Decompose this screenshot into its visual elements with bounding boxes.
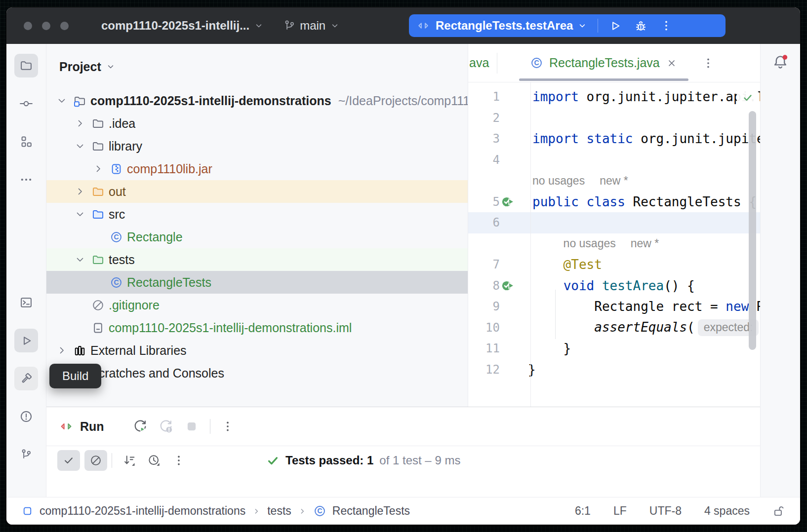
line-number[interactable]: 10 <box>468 321 500 335</box>
code-line-9[interactable]: 9 Rectangle rect = new Rectangle(3, 4); <box>468 296 760 317</box>
tree-item-rectangletests[interactable]: CRectangleTests <box>46 271 468 294</box>
tab-options-button[interactable] <box>698 57 718 70</box>
tree-item-comp1110lib-jar[interactable]: comp1110lib.jar <box>46 157 468 180</box>
tool-stripe-more-tools-button[interactable] <box>14 168 38 191</box>
line-number[interactable]: 4 <box>468 153 500 167</box>
line-number[interactable]: 5 <box>468 195 500 209</box>
chevron-down-icon[interactable] <box>74 140 91 152</box>
show-passed-toggle[interactable] <box>57 450 80 471</box>
code-line-7[interactable]: 7 @Test <box>468 254 760 275</box>
editor-scrollbar[interactable] <box>749 111 756 350</box>
test-toolbar-options-button[interactable] <box>168 454 189 467</box>
tool-stripe-structure-button[interactable] <box>14 130 38 153</box>
line-number[interactable]: 8 <box>468 279 500 293</box>
class-icon: C <box>110 276 127 289</box>
test-passed-gutter-icon[interactable] <box>500 278 517 294</box>
tool-stripe-build-button[interactable] <box>14 367 38 390</box>
code-line-1[interactable]: 1import org.junit.jupiter.api.Test; <box>468 86 760 108</box>
tree-item-out[interactable]: out <box>46 180 468 203</box>
code-line-11[interactable]: 11 } <box>468 338 760 359</box>
chevron-down-icon[interactable] <box>74 254 91 266</box>
indent-setting[interactable]: 4 spaces <box>704 504 750 518</box>
code-line-12[interactable]: 12} <box>468 359 760 380</box>
tab-rectangletests-java[interactable]: C RectangleTests.java <box>518 44 689 82</box>
editor-area: ava C RectangleTests.java 1import or <box>468 44 760 407</box>
code-line-8[interactable]: 8 void testArea() { <box>468 275 760 297</box>
tool-stripe-project-button[interactable] <box>14 54 38 77</box>
project-panel-header[interactable]: Project <box>46 44 468 89</box>
test-status-message: Tests passed: 1 of 1 test – 9 ms <box>266 454 460 467</box>
bug-icon <box>634 19 647 33</box>
chevron-down-icon[interactable] <box>74 208 91 220</box>
chevron-down-icon[interactable] <box>577 20 588 31</box>
line-number[interactable]: 6 <box>468 216 500 229</box>
inlay-hint-line[interactable]: no usagesnew * <box>468 233 760 255</box>
zoom-window-button[interactable] <box>60 22 69 30</box>
show-ignored-toggle[interactable] <box>84 450 107 471</box>
close-window-button[interactable] <box>24 22 32 30</box>
tool-stripe-version-control-button[interactable] <box>14 443 38 466</box>
line-ending[interactable]: LF <box>613 504 627 518</box>
chevron-right-icon[interactable] <box>74 117 91 129</box>
notifications-button[interactable] <box>772 54 789 73</box>
rerun-button[interactable] <box>133 419 148 434</box>
breadcrumb-project[interactable]: comp1110-2025s1-intellij-demonstrations <box>40 504 245 518</box>
line-number[interactable]: 7 <box>468 258 500 271</box>
tool-stripe-terminal-button[interactable] <box>14 291 38 314</box>
minimize-window-button[interactable] <box>42 22 50 30</box>
line-number[interactable]: 1 <box>468 90 500 104</box>
tree-item-tests[interactable]: tests <box>46 248 468 271</box>
chevron-right-icon[interactable] <box>74 186 91 197</box>
tree-item-library[interactable]: library <box>46 135 468 157</box>
code-line-5[interactable]: 5public class RectangleTests { <box>468 191 760 213</box>
traffic-lights <box>24 22 69 30</box>
code-line-10[interactable]: 10 assertEquals(expected: <box>468 317 760 339</box>
chevron-right-icon[interactable] <box>92 163 110 175</box>
run-button[interactable] <box>602 14 628 37</box>
debug-button[interactable] <box>628 14 653 37</box>
tree-item-external-libraries[interactable]: External Libraries <box>46 339 468 362</box>
tab-rectangle-java[interactable]: ava <box>468 56 497 70</box>
line-number[interactable]: 2 <box>468 111 500 125</box>
run-configuration-name[interactable]: RectangleTests.testArea <box>436 19 573 33</box>
tool-stripe-problems-button[interactable] <box>14 405 38 428</box>
inlay-hint-line[interactable]: no usagesnew * <box>468 170 760 191</box>
code-line-2[interactable]: 2 <box>468 108 760 129</box>
breadcrumb-tests[interactable]: tests <box>267 504 291 518</box>
chevron-right-icon[interactable] <box>56 344 73 356</box>
code-line-4[interactable]: 4 <box>468 150 760 171</box>
project-panel-title: Project <box>59 60 101 74</box>
file-encoding[interactable]: UTF-8 <box>649 504 682 518</box>
tree-item-scratches-and-consoles[interactable]: Scratches and Consoles <box>46 362 468 384</box>
test-duration-button[interactable] <box>144 454 164 467</box>
folder-excluded-icon <box>91 185 109 198</box>
line-number[interactable]: 3 <box>468 132 500 146</box>
test-passed-gutter-icon[interactable] <box>500 194 517 210</box>
close-tab-icon[interactable] <box>666 57 678 69</box>
code-editor[interactable]: 1import org.junit.jupiter.api.Test;23imp… <box>468 82 760 407</box>
run-panel-options-button[interactable] <box>221 420 234 433</box>
tree-item-gitignore[interactable]: .gitignore <box>46 294 468 316</box>
tooltip-text: Build <box>62 369 88 382</box>
tool-stripe-commit-button[interactable] <box>14 92 38 115</box>
caret-position[interactable]: 6:1 <box>575 504 591 518</box>
unlock-icon[interactable] <box>772 505 785 518</box>
line-number[interactable]: 11 <box>468 342 500 355</box>
sort-tests-button[interactable] <box>119 454 140 467</box>
tree-item-comp1110-2025s1-intellij-demonstrations-iml[interactable]: comp1110-2025s1-intellij-demonstrations.… <box>46 316 468 339</box>
vcs-branch-widget[interactable]: main <box>283 19 340 33</box>
project-widget[interactable]: comp1110-2025s1-intellij... <box>101 19 264 33</box>
tool-stripe-run-button[interactable] <box>14 329 38 352</box>
code-line-6[interactable]: 6 <box>468 212 760 233</box>
tree-item-src[interactable]: src <box>46 203 468 226</box>
line-number[interactable]: 12 <box>468 363 500 377</box>
line-number[interactable]: 9 <box>468 300 500 313</box>
tree-item-idea[interactable]: .idea <box>46 112 468 135</box>
more-run-options-button[interactable] <box>653 14 679 37</box>
chevron-down-icon[interactable] <box>56 95 73 107</box>
tree-item-rectangle[interactable]: CRectangle <box>46 226 468 248</box>
inspections-widget[interactable] <box>737 89 759 106</box>
breadcrumb-class[interactable]: RectangleTests <box>332 504 410 518</box>
code-line-3[interactable]: 3import static org.junit.jupiter.api.Ass… <box>468 128 760 150</box>
tree-item-comp1110-2025s1-intellij-demonstrations[interactable]: comp1110-2025s1-intellij-demonstrations~… <box>46 89 468 112</box>
